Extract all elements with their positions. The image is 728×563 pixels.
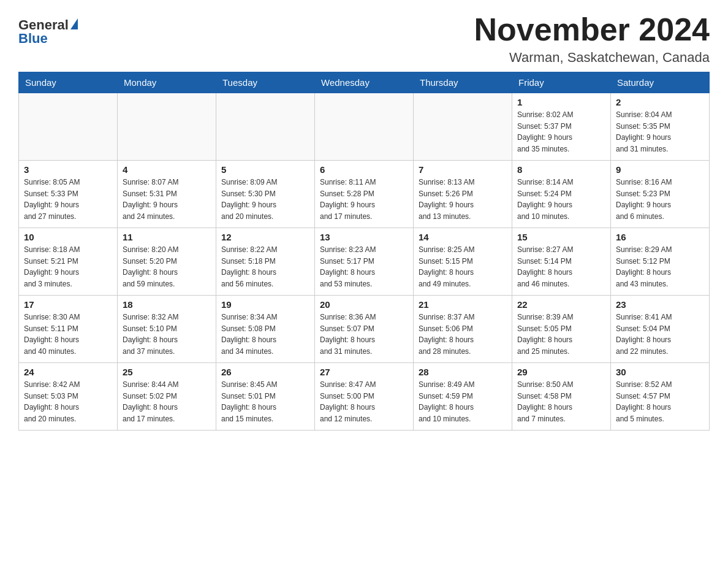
day-info: Sunrise: 8:02 AM Sunset: 5:37 PM Dayligh…: [517, 109, 605, 155]
day-info: Sunrise: 8:29 AM Sunset: 5:12 PM Dayligh…: [616, 244, 704, 289]
day-number: 11: [123, 232, 211, 242]
day-number: 6: [320, 164, 408, 175]
calendar-cell: 1Sunrise: 8:02 AM Sunset: 5:37 PM Daylig…: [512, 93, 611, 161]
weekday-header-saturday: Saturday: [611, 72, 710, 93]
weekday-header-friday: Friday: [512, 72, 611, 93]
calendar-cell: [414, 93, 512, 161]
weekday-header-sunday: Sunday: [19, 72, 118, 93]
day-info: Sunrise: 8:20 AM Sunset: 5:20 PM Dayligh…: [123, 244, 211, 289]
day-number: 30: [616, 367, 704, 377]
day-number: 12: [221, 232, 309, 242]
calendar-cell: 12Sunrise: 8:22 AM Sunset: 5:18 PM Dayli…: [216, 228, 315, 296]
day-number: 13: [320, 232, 408, 242]
calendar-cell: 23Sunrise: 8:41 AM Sunset: 5:04 PM Dayli…: [611, 296, 710, 363]
calendar-cell: 26Sunrise: 8:45 AM Sunset: 5:01 PM Dayli…: [216, 363, 315, 431]
day-number: 24: [24, 367, 112, 377]
day-number: 22: [517, 299, 605, 310]
week-row-1: 1Sunrise: 8:02 AM Sunset: 5:37 PM Daylig…: [19, 93, 710, 161]
calendar-cell: 9Sunrise: 8:16 AM Sunset: 5:23 PM Daylig…: [611, 161, 710, 228]
day-number: 20: [320, 299, 408, 310]
week-row-4: 17Sunrise: 8:30 AM Sunset: 5:11 PM Dayli…: [19, 296, 710, 363]
weekday-header-monday: Monday: [118, 72, 216, 93]
calendar-cell: 22Sunrise: 8:39 AM Sunset: 5:05 PM Dayli…: [512, 296, 611, 363]
day-info: Sunrise: 8:16 AM Sunset: 5:23 PM Dayligh…: [616, 177, 704, 222]
calendar-cell: 11Sunrise: 8:20 AM Sunset: 5:20 PM Dayli…: [118, 228, 216, 296]
day-info: Sunrise: 8:09 AM Sunset: 5:30 PM Dayligh…: [221, 177, 309, 222]
day-info: Sunrise: 8:22 AM Sunset: 5:18 PM Dayligh…: [221, 244, 309, 289]
calendar-cell: 6Sunrise: 8:11 AM Sunset: 5:28 PM Daylig…: [315, 161, 414, 228]
day-number: 29: [517, 367, 605, 377]
logo-general-text: General: [18, 18, 69, 32]
calendar-cell: 5Sunrise: 8:09 AM Sunset: 5:30 PM Daylig…: [216, 161, 315, 228]
page-header: General Blue November 2024 Warman, Saska…: [18, 12, 710, 66]
day-info: Sunrise: 8:18 AM Sunset: 5:21 PM Dayligh…: [24, 244, 112, 289]
day-info: Sunrise: 8:50 AM Sunset: 4:58 PM Dayligh…: [517, 379, 605, 424]
calendar-cell: [118, 93, 216, 161]
logo-blue-text: Blue: [18, 32, 48, 45]
calendar-cell: 2Sunrise: 8:04 AM Sunset: 5:35 PM Daylig…: [611, 93, 710, 161]
calendar-cell: 14Sunrise: 8:25 AM Sunset: 5:15 PM Dayli…: [414, 228, 512, 296]
calendar-cell: 16Sunrise: 8:29 AM Sunset: 5:12 PM Dayli…: [611, 228, 710, 296]
day-number: 23: [616, 299, 704, 310]
day-number: 16: [616, 232, 704, 242]
calendar-cell: 21Sunrise: 8:37 AM Sunset: 5:06 PM Dayli…: [414, 296, 512, 363]
calendar-cell: 27Sunrise: 8:47 AM Sunset: 5:00 PM Dayli…: [315, 363, 414, 431]
day-info: Sunrise: 8:04 AM Sunset: 5:35 PM Dayligh…: [616, 109, 704, 155]
calendar-cell: 17Sunrise: 8:30 AM Sunset: 5:11 PM Dayli…: [19, 296, 118, 363]
calendar-cell: 15Sunrise: 8:27 AM Sunset: 5:14 PM Dayli…: [512, 228, 611, 296]
week-row-2: 3Sunrise: 8:05 AM Sunset: 5:33 PM Daylig…: [19, 161, 710, 228]
month-title: November 2024: [474, 12, 710, 47]
day-info: Sunrise: 8:44 AM Sunset: 5:02 PM Dayligh…: [123, 379, 211, 424]
day-info: Sunrise: 8:14 AM Sunset: 5:24 PM Dayligh…: [517, 177, 605, 222]
day-info: Sunrise: 8:52 AM Sunset: 4:57 PM Dayligh…: [616, 379, 704, 424]
day-info: Sunrise: 8:05 AM Sunset: 5:33 PM Dayligh…: [24, 177, 112, 222]
day-info: Sunrise: 8:32 AM Sunset: 5:10 PM Dayligh…: [123, 312, 211, 357]
weekday-header-thursday: Thursday: [414, 72, 512, 93]
week-row-3: 10Sunrise: 8:18 AM Sunset: 5:21 PM Dayli…: [19, 228, 710, 296]
calendar-cell: 30Sunrise: 8:52 AM Sunset: 4:57 PM Dayli…: [611, 363, 710, 431]
calendar-table: SundayMondayTuesdayWednesdayThursdayFrid…: [18, 72, 710, 431]
day-number: 7: [419, 164, 507, 175]
day-info: Sunrise: 8:13 AM Sunset: 5:26 PM Dayligh…: [419, 177, 507, 222]
weekday-header-wednesday: Wednesday: [315, 72, 414, 93]
day-number: 10: [24, 232, 112, 242]
calendar-cell: 4Sunrise: 8:07 AM Sunset: 5:31 PM Daylig…: [118, 161, 216, 228]
day-info: Sunrise: 8:49 AM Sunset: 4:59 PM Dayligh…: [419, 379, 507, 424]
day-info: Sunrise: 8:47 AM Sunset: 5:00 PM Dayligh…: [320, 379, 408, 424]
day-number: 2: [616, 97, 704, 107]
calendar-cell: 24Sunrise: 8:42 AM Sunset: 5:03 PM Dayli…: [19, 363, 118, 431]
day-number: 21: [419, 299, 507, 310]
day-info: Sunrise: 8:07 AM Sunset: 5:31 PM Dayligh…: [123, 177, 211, 222]
location-title: Warman, Saskatchewan, Canada: [474, 50, 710, 66]
day-number: 1: [517, 97, 605, 107]
day-number: 27: [320, 367, 408, 377]
calendar-cell: 7Sunrise: 8:13 AM Sunset: 5:26 PM Daylig…: [414, 161, 512, 228]
day-number: 4: [123, 164, 211, 175]
calendar-cell: 25Sunrise: 8:44 AM Sunset: 5:02 PM Dayli…: [118, 363, 216, 431]
week-row-5: 24Sunrise: 8:42 AM Sunset: 5:03 PM Dayli…: [19, 363, 710, 431]
title-block: November 2024 Warman, Saskatchewan, Cana…: [474, 12, 710, 66]
logo: General Blue: [18, 18, 78, 45]
calendar-cell: 10Sunrise: 8:18 AM Sunset: 5:21 PM Dayli…: [19, 228, 118, 296]
day-info: Sunrise: 8:30 AM Sunset: 5:11 PM Dayligh…: [24, 312, 112, 357]
day-info: Sunrise: 8:23 AM Sunset: 5:17 PM Dayligh…: [320, 244, 408, 289]
calendar-cell: 29Sunrise: 8:50 AM Sunset: 4:58 PM Dayli…: [512, 363, 611, 431]
day-number: 17: [24, 299, 112, 310]
day-number: 15: [517, 232, 605, 242]
calendar-cell: [19, 93, 118, 161]
day-number: 5: [221, 164, 309, 175]
weekday-header-tuesday: Tuesday: [216, 72, 315, 93]
day-number: 8: [517, 164, 605, 175]
day-info: Sunrise: 8:27 AM Sunset: 5:14 PM Dayligh…: [517, 244, 605, 289]
day-info: Sunrise: 8:25 AM Sunset: 5:15 PM Dayligh…: [419, 244, 507, 289]
day-number: 9: [616, 164, 704, 175]
calendar-cell: 18Sunrise: 8:32 AM Sunset: 5:10 PM Dayli…: [118, 296, 216, 363]
day-info: Sunrise: 8:36 AM Sunset: 5:07 PM Dayligh…: [320, 312, 408, 357]
calendar-cell: 3Sunrise: 8:05 AM Sunset: 5:33 PM Daylig…: [19, 161, 118, 228]
day-info: Sunrise: 8:45 AM Sunset: 5:01 PM Dayligh…: [221, 379, 309, 424]
calendar-cell: 20Sunrise: 8:36 AM Sunset: 5:07 PM Dayli…: [315, 296, 414, 363]
weekday-header-row: SundayMondayTuesdayWednesdayThursdayFrid…: [19, 72, 710, 93]
day-info: Sunrise: 8:41 AM Sunset: 5:04 PM Dayligh…: [616, 312, 704, 357]
day-number: 3: [24, 164, 112, 175]
day-number: 28: [419, 367, 507, 377]
